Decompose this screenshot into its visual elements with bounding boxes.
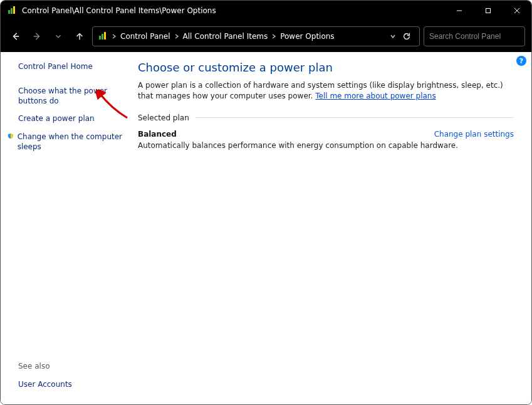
change-sleep-link[interactable]: Change when the computer sleeps bbox=[18, 132, 123, 152]
main-content: Choose or customize a power plan A power… bbox=[129, 52, 531, 404]
toolbar: Control Panel All Control Panel Items Po… bbox=[1, 20, 531, 52]
refresh-button[interactable] bbox=[399, 29, 414, 44]
breadcrumb-all-items[interactable]: All Control Panel Items bbox=[183, 32, 268, 41]
tell-me-more-link[interactable]: Tell me more about power plans bbox=[315, 92, 436, 100]
page-title: Choose or customize a power plan bbox=[138, 61, 514, 74]
maximize-button[interactable] bbox=[474, 1, 503, 20]
minimize-button[interactable] bbox=[445, 1, 474, 20]
titlebar: Control Panel\All Control Panel Items\Po… bbox=[1, 1, 531, 20]
change-plan-settings-link[interactable]: Change plan settings bbox=[434, 130, 514, 139]
address-bar[interactable]: Control Panel All Control Panel Items Po… bbox=[92, 26, 420, 46]
svg-rect-0 bbox=[8, 10, 10, 14]
forward-button[interactable] bbox=[28, 28, 46, 45]
plan-description: Automatically balances performance with … bbox=[138, 141, 514, 150]
plan-name: Balanced bbox=[138, 130, 177, 139]
svg-rect-12 bbox=[104, 32, 106, 39]
recent-locations-button[interactable] bbox=[50, 28, 67, 45]
svg-rect-2 bbox=[13, 6, 15, 14]
svg-rect-11 bbox=[102, 34, 103, 39]
page-description: A power plan is a collection of hardware… bbox=[138, 80, 514, 102]
chevron-right-icon[interactable] bbox=[271, 34, 276, 39]
up-button[interactable] bbox=[71, 28, 88, 45]
control-panel-home-link[interactable]: Control Panel Home bbox=[18, 62, 123, 71]
help-button[interactable]: ? bbox=[516, 56, 526, 66]
selected-plan-label: Selected plan bbox=[138, 113, 196, 122]
svg-rect-4 bbox=[486, 8, 491, 13]
chevron-right-icon[interactable] bbox=[174, 34, 179, 39]
create-power-plan-link[interactable]: Create a power plan bbox=[18, 113, 123, 124]
user-accounts-link[interactable]: User Accounts bbox=[18, 379, 123, 389]
content-body: ? Control Panel Home Choose what the pow… bbox=[1, 52, 531, 404]
control-panel-window: Control Panel\All Control Panel Items\Po… bbox=[0, 0, 532, 405]
back-button[interactable] bbox=[7, 28, 24, 45]
window-title: Control Panel\All Control Panel Items\Po… bbox=[22, 6, 216, 15]
chevron-down-icon[interactable] bbox=[390, 34, 395, 39]
search-input[interactable] bbox=[429, 32, 523, 41]
breadcrumb-control-panel[interactable]: Control Panel bbox=[120, 32, 170, 41]
choose-power-buttons-link[interactable]: Choose what the power buttons do bbox=[18, 86, 123, 106]
divider bbox=[196, 117, 514, 118]
power-options-icon bbox=[98, 31, 108, 41]
chevron-right-icon[interactable] bbox=[112, 34, 117, 39]
see-also-label: See also bbox=[18, 362, 123, 371]
breadcrumb-power-options[interactable]: Power Options bbox=[280, 32, 334, 41]
sidebar: Control Panel Home Choose what the power… bbox=[1, 52, 129, 404]
svg-rect-1 bbox=[11, 8, 13, 14]
close-button[interactable] bbox=[503, 1, 531, 20]
svg-rect-10 bbox=[99, 36, 101, 39]
shield-icon bbox=[8, 132, 14, 140]
power-options-icon bbox=[7, 6, 17, 16]
search-box[interactable] bbox=[424, 26, 525, 46]
